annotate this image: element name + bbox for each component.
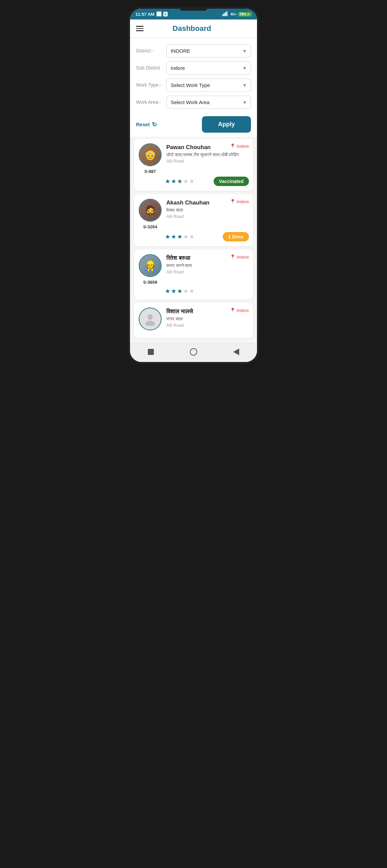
worker-area-2: AB Road bbox=[166, 269, 249, 274]
reset-label: Reset bbox=[136, 122, 150, 127]
star-1-3: ★ bbox=[177, 233, 182, 241]
apply-button[interactable]: Apply bbox=[202, 116, 251, 133]
nav-back-button[interactable] bbox=[228, 347, 244, 358]
work-area-select[interactable]: Select Work Area bbox=[166, 96, 251, 109]
district-filter-row: District:- INDORE ▼ bbox=[136, 44, 251, 57]
cards-container: 📍 Indore 👴 S-887 Pawan Chouhan ऑटो वाला,… bbox=[130, 137, 257, 343]
worker-card-0[interactable]: 📍 Indore 👴 S-887 Pawan Chouhan ऑटो वाला,… bbox=[134, 139, 253, 191]
worker-id-1: S-3264 bbox=[143, 224, 157, 229]
work-type-select-wrapper: Select Work Type ▼ bbox=[166, 79, 251, 92]
sub-district-select[interactable]: Indore bbox=[166, 61, 251, 74]
card-bottom-1: ★ ★ ★ ★ ★ 1 Dose bbox=[138, 232, 249, 241]
star-1-4: ★ bbox=[183, 233, 188, 241]
worker-name-1: Akash Chauhan bbox=[166, 199, 229, 206]
star-0-5: ★ bbox=[189, 178, 195, 185]
nav-square-button[interactable] bbox=[143, 347, 159, 358]
worker-face-2: 👷 bbox=[140, 255, 161, 276]
card-bottom-2: ★ ★ ★ ★ ★ bbox=[138, 287, 249, 295]
header: Dashboard bbox=[130, 20, 257, 38]
star-1-2: ★ bbox=[171, 233, 176, 241]
worker-name-0: Pawan Chouhan bbox=[166, 144, 229, 151]
stars-2: ★ ★ ★ ★ ★ bbox=[165, 287, 195, 295]
location-text-2: Indore bbox=[237, 254, 249, 259]
network-type: 4G+ bbox=[231, 12, 237, 16]
star-2-2: ★ bbox=[171, 287, 176, 295]
nav-circle-button[interactable] bbox=[184, 347, 203, 359]
work-type-select[interactable]: Select Work Type bbox=[166, 79, 251, 92]
icon-p: 🅿 bbox=[156, 11, 161, 17]
worker-skills-1: केबल वाला bbox=[166, 207, 249, 213]
star-2-1: ★ bbox=[165, 287, 170, 295]
star-2-3: ★ bbox=[177, 287, 182, 295]
worker-face-0: 👴 bbox=[140, 144, 161, 165]
nav-square-icon bbox=[148, 349, 154, 355]
avatar-placeholder-icon bbox=[144, 312, 157, 326]
avatar-0: 👴 bbox=[139, 144, 161, 166]
work-area-filter-row: Work Area:- Select Work Area ▼ bbox=[136, 96, 251, 109]
card-location-1: 📍 Indore bbox=[230, 199, 249, 204]
avatar-wrapper-1: 🧔 S-3264 bbox=[138, 199, 162, 229]
location-pin-icon-0: 📍 bbox=[230, 144, 236, 149]
avatar-1: 🧔 bbox=[139, 199, 161, 222]
notch bbox=[180, 9, 207, 11]
svg-rect-0 bbox=[222, 14, 224, 16]
status-right: 4G+ 78 % ⚡ bbox=[222, 11, 251, 17]
svg-point-4 bbox=[147, 314, 153, 320]
location-pin-icon-3: 📍 bbox=[230, 308, 236, 313]
worker-card-1[interactable]: 📍 Indore 🧔 S-3264 Akash Chauhan केबल वाल… bbox=[134, 194, 253, 246]
worker-card-3[interactable]: 📍 Indore विशाल भालसे भंगार वाला bbox=[134, 303, 253, 338]
location-text-1: Indore bbox=[237, 199, 249, 204]
avatar-wrapper-2: 👷 S-3659 bbox=[138, 254, 162, 285]
phone-frame: 11:57 AM 🅿 V 4G+ 78 % ⚡ Dashboard bbox=[128, 7, 259, 364]
sub-district-select-wrapper: Indore ▼ bbox=[166, 61, 251, 74]
badge-0[interactable]: Vaccinated bbox=[214, 177, 249, 186]
avatar-wrapper-3 bbox=[138, 308, 162, 333]
battery-display: 78 % ⚡ bbox=[238, 12, 251, 17]
district-select[interactable]: INDORE bbox=[166, 44, 251, 57]
worker-skills-0: ऑटो वाला,प्लम्बर,गैस सुधारने वाला,धोबी ल… bbox=[166, 152, 249, 158]
location-pin-icon-1: 📍 bbox=[230, 199, 236, 204]
time-display: 11:57 AM bbox=[136, 12, 154, 17]
worker-skills-3: भंगार वाला bbox=[166, 316, 249, 322]
nav-back-icon bbox=[233, 348, 239, 355]
worker-card-2[interactable]: 📍 Indore 👷 S-3659 रितेश बरुआ कलर करने वा… bbox=[134, 249, 253, 300]
star-2-4: ★ bbox=[183, 287, 188, 295]
worker-id-2: S-3659 bbox=[143, 280, 157, 285]
hamburger-line-3 bbox=[136, 30, 144, 31]
district-select-wrapper: INDORE ▼ bbox=[166, 44, 251, 57]
header-divider bbox=[130, 38, 257, 38]
avatar-2: 👷 bbox=[139, 254, 161, 277]
star-1-5: ★ bbox=[189, 233, 195, 241]
filter-section: District:- INDORE ▼ Sub District Indore … bbox=[130, 40, 257, 115]
work-area-select-wrapper: Select Work Area ▼ bbox=[166, 96, 251, 109]
card-location-0: 📍 Indore bbox=[230, 144, 249, 149]
badge-1[interactable]: 1 Dose bbox=[223, 232, 249, 241]
worker-area-0: AB Road bbox=[166, 158, 249, 163]
worker-skills-2: कलर करने वाला bbox=[166, 262, 249, 269]
avatar-3 bbox=[139, 308, 161, 331]
hamburger-menu[interactable] bbox=[136, 26, 144, 31]
icon-v: V bbox=[163, 12, 168, 17]
star-2-5: ★ bbox=[189, 287, 195, 295]
star-0-2: ★ bbox=[171, 178, 176, 185]
worker-name-2: रितेश बरुआ bbox=[166, 255, 229, 261]
worker-area-1: AB Road bbox=[166, 214, 249, 219]
avatar-wrapper-0: 👴 S-887 bbox=[138, 144, 162, 174]
stars-1: ★ ★ ★ ★ ★ bbox=[165, 233, 195, 241]
worker-face-1: 🧔 bbox=[140, 199, 161, 221]
work-type-filter-row: Work Type:- Select Work Type ▼ bbox=[136, 79, 251, 92]
card-location-3: 📍 Indore bbox=[230, 308, 249, 313]
sub-district-filter-row: Sub District Indore ▼ bbox=[136, 61, 251, 74]
svg-point-5 bbox=[145, 321, 155, 326]
nav-bar bbox=[130, 343, 257, 362]
action-row: Reset ↻ Apply bbox=[130, 115, 257, 137]
svg-rect-2 bbox=[225, 12, 226, 16]
svg-rect-1 bbox=[224, 13, 225, 16]
work-area-label: Work Area:- bbox=[136, 99, 166, 105]
reset-icon: ↻ bbox=[152, 121, 157, 128]
reset-button[interactable]: Reset ↻ bbox=[136, 121, 157, 128]
card-location-2: 📍 Indore bbox=[230, 254, 249, 259]
page-title: Dashboard bbox=[144, 24, 240, 33]
sub-district-label: Sub District bbox=[136, 65, 166, 71]
nav-circle-icon bbox=[190, 348, 197, 355]
